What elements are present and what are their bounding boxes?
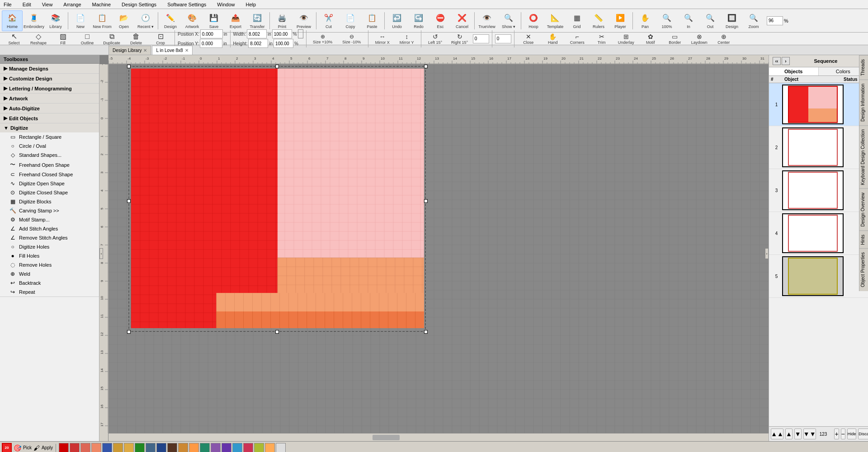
position-y-input[interactable]: [200, 39, 222, 48]
pick-tool[interactable]: 🎯: [13, 443, 22, 452]
trueview-button[interactable]: 👁️ TrueView: [476, 10, 497, 31]
tab-l-in-love-close[interactable]: ✕: [185, 48, 189, 53]
sidebar-header-auto-digitize[interactable]: ▶ Auto-Digitize: [0, 104, 99, 113]
template-button[interactable]: 📐 Template: [545, 10, 566, 31]
sidebar-item-repeat[interactable]: ↪ Repeat: [0, 287, 99, 297]
color-swatch-17[interactable]: [232, 443, 242, 452]
lock-aspect-icon[interactable]: [298, 29, 303, 38]
scale-h-input[interactable]: [274, 39, 293, 48]
position-x-input[interactable]: [200, 29, 223, 38]
close-btn[interactable]: ✕ Close: [517, 33, 540, 44]
color-swatch-19[interactable]: [254, 443, 264, 452]
canvas-area[interactable]: › ‹: [99, 55, 769, 441]
border-btn[interactable]: ▭ Border: [664, 33, 686, 44]
tab-objects[interactable]: Objects: [769, 67, 819, 75]
show-button[interactable]: 🔍 Show ▾: [498, 10, 519, 31]
color-swatch-14[interactable]: [200, 443, 210, 452]
new-from-button[interactable]: 📋 New From: [92, 10, 113, 31]
color-swatch-5[interactable]: [102, 443, 112, 452]
fill-button[interactable]: ▨ Fill: [52, 33, 74, 44]
rulers-button[interactable]: 📏 Rulers: [588, 10, 609, 31]
zoom-100-button[interactable]: 🔍 100%: [656, 10, 677, 31]
sidebar-item-add-stitch-angles[interactable]: ∠ Add Stitch Angles: [0, 224, 99, 233]
color-swatch-12[interactable]: [178, 443, 188, 452]
delete-button[interactable]: 🗑 Delete: [125, 33, 147, 44]
save-button[interactable]: 💾 Save: [203, 10, 224, 31]
preview-button[interactable]: 👁️ Preview: [293, 10, 314, 31]
color-swatch-20[interactable]: [265, 443, 275, 452]
outline-button[interactable]: □ Outline: [76, 33, 99, 44]
reshape-button[interactable]: ◇ Reshape: [27, 33, 50, 44]
sidebar-item-freehand-closed[interactable]: ⊂ Freehand Closed Shape: [0, 170, 99, 179]
sidebar-item-motif-stamp[interactable]: ⚙ Motif Stamp...: [0, 215, 99, 224]
far-tab-keyboard[interactable]: Keyboard Design Collection: [859, 125, 868, 188]
sidebar-item-digitize-closed[interactable]: ⊙ Digitize Closed Shape: [0, 188, 99, 197]
color-swatch-6[interactable]: [113, 443, 123, 452]
sequence-item-4[interactable]: 4: [769, 212, 868, 255]
sidebar-item-remove-stitch-angles[interactable]: ∠ Remove Stitch Angles: [0, 233, 99, 242]
undo-button[interactable]: ↩️ Undo: [387, 10, 407, 31]
far-tab-overview[interactable]: Design Overview: [859, 188, 868, 231]
color-swatch-1[interactable]: [59, 443, 69, 452]
seq-remove-button[interactable]: −: [841, 428, 845, 439]
copy-button[interactable]: 📄 Copy: [340, 10, 361, 31]
sequence-item-5[interactable]: 5: [769, 255, 868, 298]
scale-w-input[interactable]: [272, 29, 292, 38]
canvas-content[interactable]: [108, 64, 769, 433]
cancel-button[interactable]: ❌ Cancel: [452, 10, 472, 31]
sequence-item-2[interactable]: 2: [769, 126, 868, 169]
apply-tool[interactable]: 🖌: [33, 443, 41, 452]
sidebar-header-manage-designs[interactable]: ▶ Manage Designs: [0, 64, 99, 73]
height-input[interactable]: [248, 39, 268, 48]
hand-btn[interactable]: ✋ Hand: [542, 33, 564, 44]
select-button[interactable]: ↖ Select: [3, 33, 25, 44]
color-swatch-15[interactable]: [211, 443, 221, 452]
pan-button[interactable]: ✋ Pan: [635, 10, 656, 31]
size-minus-button[interactable]: ⊖ Size -10%: [338, 33, 365, 44]
mirror-y-button[interactable]: ↕ Mirror Y: [396, 33, 418, 44]
sidebar-item-rectangle-square[interactable]: ▭ Rectangle / Square: [0, 132, 99, 141]
design-canvas[interactable]: [108, 64, 769, 433]
far-tab-threads[interactable]: Threads: [859, 55, 868, 80]
menu-design-settings[interactable]: Design Settings: [120, 1, 158, 8]
duplicate-button[interactable]: ⧉ Duplicate: [100, 33, 123, 44]
width-input[interactable]: [247, 29, 267, 38]
color-swatch-10[interactable]: [156, 443, 166, 452]
sidebar-item-circle-oval[interactable]: ○ Circle / Oval: [0, 141, 99, 151]
sidebar-item-standard-shapes[interactable]: ◇ Standard Shapes...: [0, 151, 99, 160]
color-swatch-16[interactable]: [222, 443, 231, 452]
collapse-left-panel-button[interactable]: ‹: [99, 248, 103, 259]
h-scrollbar[interactable]: [108, 433, 769, 441]
zoom-in-button[interactable]: 🔍 In: [678, 10, 699, 31]
move-down-button[interactable]: ▼: [794, 428, 802, 439]
center-btn[interactable]: ⊕ Center: [712, 33, 735, 44]
crop-button[interactable]: ⊡ Crop: [149, 33, 172, 44]
far-tab-hints[interactable]: Hints: [859, 231, 868, 249]
nav-arrow-left[interactable]: ‹‹: [773, 57, 781, 65]
sequence-item-1[interactable]: 1: [769, 83, 868, 126]
move-up-button[interactable]: ▲: [785, 428, 793, 439]
color-swatch-11[interactable]: [167, 443, 177, 452]
embroidery-button[interactable]: 🧵 Embroidery: [24, 10, 44, 31]
h-scrollbar-thumb[interactable]: [373, 435, 400, 440]
size-plus-button[interactable]: ⊕ Size +10%: [309, 33, 336, 44]
design-button[interactable]: ✏️ Design: [160, 10, 181, 31]
sidebar-header-digitize[interactable]: ▼ Digitize: [0, 123, 99, 132]
print-button[interactable]: 🖨️ Print: [272, 10, 292, 31]
zoom-value-input[interactable]: [767, 16, 783, 25]
angle-input[interactable]: [473, 34, 489, 43]
menu-view[interactable]: View: [40, 1, 55, 8]
mirror-x-button[interactable]: ↔ Mirror X: [371, 33, 394, 44]
tab-l-in-love[interactable]: L in Love 8x8 ✕: [152, 46, 192, 55]
collapse-right-panel-button[interactable]: ›: [765, 248, 769, 259]
home-button[interactable]: 🏠 Home: [2, 10, 23, 31]
move-top-button[interactable]: ▲▲: [771, 428, 783, 439]
left-15-button[interactable]: ↺ Left 15°: [424, 33, 447, 44]
laydown-btn[interactable]: ⊗ Laydown: [688, 33, 711, 44]
color-swatch-4[interactable]: [91, 443, 101, 452]
sidebar-item-freehand-open[interactable]: 〜 Freehand Open Shape: [0, 160, 99, 170]
move-bottom-button[interactable]: ▼▼: [803, 428, 816, 439]
open-button[interactable]: 📂 Open: [113, 10, 134, 31]
sidebar-item-remove-holes[interactable]: ◌ Remove Holes: [0, 260, 99, 269]
cut-button[interactable]: ✂️ Cut: [318, 10, 339, 31]
